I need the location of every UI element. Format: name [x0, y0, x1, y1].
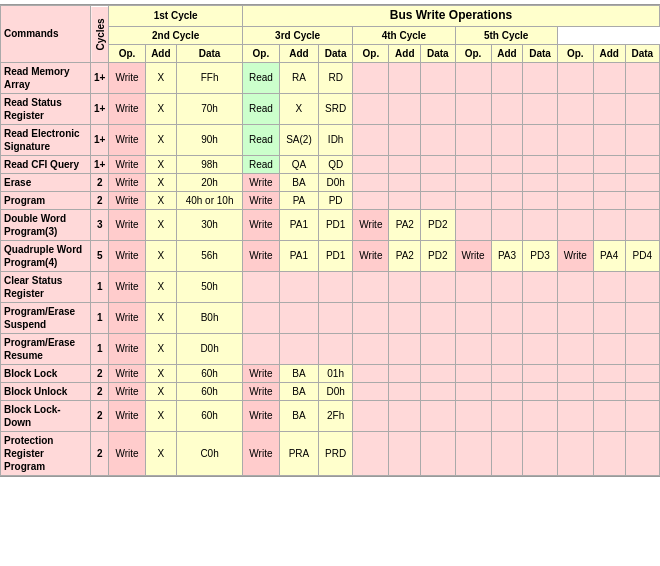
table-cell	[389, 155, 421, 173]
table-cell: X	[145, 173, 177, 191]
table-cell: PD2	[421, 240, 455, 271]
table-cell: X	[145, 93, 177, 124]
c4-add-header: Add	[491, 44, 523, 62]
table-cell: X	[145, 124, 177, 155]
table-cell: Write	[109, 62, 145, 93]
table-cell	[389, 62, 421, 93]
table-cell	[353, 400, 389, 431]
table-row: Block Lock-Down2WriteX60hWriteBA2Fh	[1, 400, 660, 431]
table-cell	[593, 124, 625, 155]
bus-write-title: Bus Write Operations	[242, 6, 659, 27]
table-cell	[557, 333, 593, 364]
table-cell	[353, 124, 389, 155]
table-cell	[491, 173, 523, 191]
table-cell	[421, 93, 455, 124]
table-cell: X	[145, 209, 177, 240]
table-cell	[625, 191, 659, 209]
cycles-cell: 5	[91, 240, 109, 271]
table-cell: 50h	[177, 271, 243, 302]
table-cell	[353, 302, 389, 333]
table-cell	[455, 364, 491, 382]
table-cell: X	[145, 400, 177, 431]
table-cell	[353, 431, 389, 475]
table-cell	[455, 173, 491, 191]
table-row: Double Word Program(3)3WriteX30hWritePA1…	[1, 209, 660, 240]
table-cell	[455, 93, 491, 124]
table-cell: 56h	[177, 240, 243, 271]
table-cell: PD2	[421, 209, 455, 240]
table-cell	[421, 333, 455, 364]
cycles-cell: 2	[91, 382, 109, 400]
table-cell	[455, 62, 491, 93]
table-cell	[625, 93, 659, 124]
table-cell: X	[145, 333, 177, 364]
table-cell	[523, 271, 557, 302]
table-cell	[491, 333, 523, 364]
table-cell	[455, 382, 491, 400]
table-cell: Write	[109, 93, 145, 124]
header-row-1: CommandsCycles1st CycleBus Write Operati…	[1, 6, 660, 27]
table-cell: Write	[242, 173, 279, 191]
c4-op-header: Op.	[455, 44, 491, 62]
table-cell	[389, 271, 421, 302]
table-cell: Write	[109, 155, 145, 173]
table-cell: C0h	[177, 431, 243, 475]
table-cell	[557, 431, 593, 475]
table-cell	[455, 400, 491, 431]
table-cell: PD	[318, 191, 352, 209]
c4-data-header: Data	[523, 44, 557, 62]
table-cell	[421, 364, 455, 382]
table-cell	[389, 382, 421, 400]
c1-data-header: Data	[177, 44, 243, 62]
table-cell	[625, 302, 659, 333]
table-cell: X	[145, 62, 177, 93]
table-cell	[353, 93, 389, 124]
table-cell	[593, 333, 625, 364]
table-container: CommandsCycles1st CycleBus Write Operati…	[0, 4, 660, 477]
cycle3-header: 3rd Cycle	[242, 26, 352, 44]
table-cell: PA4	[593, 240, 625, 271]
command-cell: Block Unlock	[1, 382, 91, 400]
table-cell	[523, 124, 557, 155]
table-cell: Write	[109, 364, 145, 382]
table-cell: 60h	[177, 400, 243, 431]
table-cell	[279, 271, 318, 302]
table-row: Read Electronic Signature1+WriteX90hRead…	[1, 124, 660, 155]
table-cell: PRA	[279, 431, 318, 475]
c5-op-header: Op.	[557, 44, 593, 62]
c2-op-header: Op.	[242, 44, 279, 62]
cycles-cell: 2	[91, 191, 109, 209]
table-cell	[279, 302, 318, 333]
table-cell: IDh	[318, 124, 352, 155]
table-cell	[353, 173, 389, 191]
table-cell	[491, 400, 523, 431]
table-cell	[455, 191, 491, 209]
table-cell	[557, 302, 593, 333]
table-cell: Write	[557, 240, 593, 271]
cycles-cell: 2	[91, 400, 109, 431]
command-cell: Block Lock-Down	[1, 400, 91, 431]
table-cell	[389, 93, 421, 124]
table-cell	[318, 302, 352, 333]
table-cell: Write	[109, 124, 145, 155]
table-cell: Write	[242, 382, 279, 400]
table-cell: Write	[109, 400, 145, 431]
table-cell	[421, 302, 455, 333]
table-row: Clear Status Register1WriteX50h	[1, 271, 660, 302]
table-cell	[593, 173, 625, 191]
table-cell: Write	[109, 382, 145, 400]
table-cell	[421, 431, 455, 475]
table-cell	[523, 400, 557, 431]
table-cell: PD1	[318, 209, 352, 240]
table-cell: X	[145, 155, 177, 173]
table-cell	[593, 271, 625, 302]
table-cell	[421, 400, 455, 431]
table-cell	[625, 124, 659, 155]
table-cell	[625, 155, 659, 173]
table-cell	[593, 382, 625, 400]
c3-data-header: Data	[421, 44, 455, 62]
table-cell	[625, 400, 659, 431]
table-cell	[455, 333, 491, 364]
c3-op-header: Op.	[353, 44, 389, 62]
table-cell: X	[145, 302, 177, 333]
